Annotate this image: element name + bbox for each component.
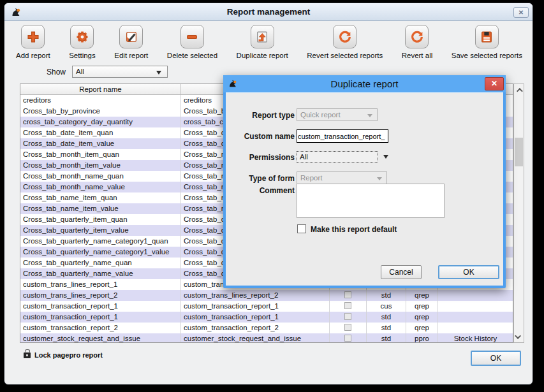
- table-row[interactable]: custom_transaction_report_1custom_transa…: [20, 312, 513, 323]
- report-name-cell: Cross_tab_date_item_value: [20, 138, 181, 149]
- report-name-copy-cell: custom_transaction_report_1: [181, 312, 330, 323]
- toolbar-button-duplicate-report[interactable]: Duplicate report: [237, 25, 288, 59]
- row-checkbox[interactable]: [344, 324, 351, 331]
- report-name-cell: Cross_tab_quarterly_item_value: [20, 225, 181, 236]
- report-name-cell: creditors: [20, 95, 181, 106]
- revert-all-icon: [405, 25, 429, 48]
- report-name-cell: custom_transaction_report_1: [20, 301, 181, 312]
- report-name-copy-cell: custom_transaction_report_1: [181, 301, 330, 312]
- report-name-cell: Cross_tab_date_item_quan: [20, 127, 181, 138]
- toolbar-button-delete-selected[interactable]: Delete selected: [167, 25, 217, 59]
- report-management-window: Report management ✕ Add reportSettingsEd…: [4, 3, 533, 385]
- dialog-body: Report type Quick report Custom name Per…: [226, 92, 503, 286]
- cus-std-cell: std: [367, 323, 406, 333]
- scroll-up-icon[interactable]: [514, 85, 524, 95]
- form-cell: Stock History: [438, 333, 513, 343]
- toolbar-button-settings[interactable]: Settings: [69, 25, 96, 59]
- report-name-cell: Cross_tab_quarterly_name_quan: [20, 258, 181, 268]
- type-of-form-label: Type of form: [228, 174, 295, 183]
- form-cell: [438, 290, 513, 301]
- report-name-cell: Cross_tab_quarterly_name_category1_value: [20, 247, 181, 258]
- chevron-down-icon: [156, 71, 161, 75]
- custom-name-label: Custom name: [228, 132, 295, 141]
- make-default-label: Make this report default: [311, 225, 397, 234]
- chevron-down-icon: [377, 177, 382, 180]
- toolbar-button-revert-all[interactable]: Revert all: [402, 25, 433, 59]
- report-name-cell: Cross_tab_quarterly_name_category1_quan: [20, 236, 181, 247]
- lock-pagepro-toggle[interactable]: Lock pagepro report: [24, 348, 103, 359]
- chevron-down-icon: [367, 114, 372, 117]
- column-header-report-name[interactable]: Report name: [20, 84, 181, 94]
- report-name-cell: Cross_tab_name_item_quan: [20, 192, 181, 203]
- report-type-cell: qrep: [406, 323, 438, 333]
- report-name-cell: custom_trans_lines_report_1: [20, 279, 181, 290]
- permissions-dropdown[interactable]: All: [297, 151, 378, 163]
- window-close-icon[interactable]: ✕: [513, 7, 529, 18]
- report-name-cell: Cross_tab_month_item_value: [20, 160, 181, 171]
- report-type-cell: qrep: [406, 312, 438, 323]
- checkbox-cell: [330, 312, 367, 323]
- window-ok-button[interactable]: OK: [471, 351, 521, 366]
- add-report-icon: [21, 25, 45, 48]
- row-checkbox[interactable]: [344, 335, 351, 342]
- row-checkbox[interactable]: [344, 302, 351, 309]
- comment-label: Comment: [228, 186, 295, 195]
- checkbox-cell: [330, 290, 367, 301]
- window-titlebar: Report management ✕: [4, 3, 533, 21]
- type-of-form-dropdown: Report: [297, 171, 387, 184]
- toolbar-label: Save selected reports: [452, 52, 522, 59]
- report-name-copy-cell: custom_trans_lines_report_2: [181, 290, 330, 301]
- table-row[interactable]: custom_trans_lines_report_2custom_trans_…: [20, 290, 513, 301]
- make-default-checkbox[interactable]: [297, 224, 306, 233]
- toolbar-button-revert-selected-reports[interactable]: Revert selected reports: [307, 25, 383, 59]
- report-name-cell: Cross_tab_quarterly_name_value: [20, 268, 181, 279]
- report-name-cell: Cross_tab_name_item_value: [20, 203, 181, 214]
- report-name-cell: cross_tab_category_day_quantity: [20, 117, 181, 127]
- checkbox-cell: [330, 323, 367, 333]
- toolbar-button-add-report[interactable]: Add report: [16, 25, 50, 59]
- report-type-cell: ppro: [406, 333, 438, 343]
- scroll-down-icon[interactable]: [514, 331, 524, 342]
- report-name-cell: custom_transaction_report_1: [20, 312, 181, 323]
- report-name-cell: Cross_tab_month_name_value: [20, 182, 181, 192]
- toolbar-label: Add report: [16, 52, 50, 59]
- lock-icon: [24, 352, 31, 358]
- row-checkbox[interactable]: [344, 291, 351, 298]
- form-cell: [438, 312, 513, 323]
- save-selected-icon: [475, 25, 499, 48]
- edit-report-icon: [119, 25, 143, 48]
- dialog-close-icon[interactable]: ✕: [485, 77, 504, 91]
- show-label: Show: [30, 68, 66, 76]
- comment-textarea[interactable]: [297, 184, 445, 218]
- vertical-scrollbar[interactable]: [513, 83, 524, 343]
- checkbox-cell: [330, 333, 367, 343]
- toolbar-button-save-selected-reports[interactable]: Save selected reports: [452, 25, 522, 59]
- show-dropdown-value: All: [76, 68, 84, 75]
- report-name-copy-cell: custom_transaction_report_2: [181, 323, 330, 333]
- report-name-copy-cell: customer_stock_request_and_issue: [181, 333, 330, 343]
- toolbar-button-edit-report[interactable]: Edit report: [114, 25, 148, 59]
- dialog-title: Duplicate report: [223, 78, 506, 89]
- custom-name-input[interactable]: [297, 129, 388, 143]
- cancel-button[interactable]: Cancel: [381, 265, 422, 279]
- scrollbar-thumb[interactable]: [515, 138, 523, 166]
- report-name-cell: custom_trans_lines_report_2: [20, 290, 181, 301]
- duplicate-report-icon: [251, 25, 274, 48]
- table-row[interactable]: custom_transaction_report_2custom_transa…: [20, 323, 513, 333]
- report-type-label: Report type: [228, 111, 295, 120]
- report-name-cell: Cross_tab_month_item_quan: [20, 149, 181, 160]
- report-type-dropdown: Quick report: [297, 108, 378, 121]
- ok-button[interactable]: OK: [438, 265, 499, 279]
- toolbar-label: Edit report: [114, 52, 148, 59]
- show-dropdown[interactable]: All: [72, 66, 168, 78]
- table-row[interactable]: customer_stock_request_and_issuecustomer…: [20, 333, 513, 343]
- cus-std-cell: cus: [367, 301, 406, 312]
- delete-selected-icon: [180, 25, 204, 48]
- table-row[interactable]: custom_transaction_report_1custom_transa…: [20, 301, 513, 312]
- report-name-cell: custom_transaction_report_2: [20, 323, 181, 333]
- permissions-dropdown-arrow[interactable]: [379, 151, 392, 163]
- row-checkbox[interactable]: [344, 313, 351, 320]
- report-name-cell: Cross_tab_by_province: [20, 106, 181, 117]
- cus-std-cell: std: [367, 290, 406, 301]
- revert-selected-icon: [333, 25, 357, 48]
